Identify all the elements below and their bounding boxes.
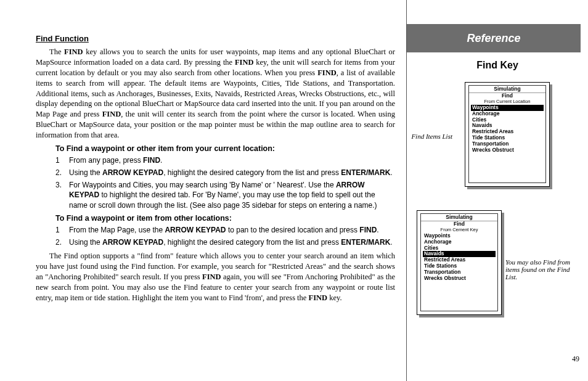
step: 2.Using the ARROW KEYPAD, highlight the … [55, 168, 395, 178]
find-list: Waypoints Anchorage Cities Navaids Restr… [469, 104, 545, 154]
intro-paragraph: The FIND key allows you to search the un… [36, 47, 395, 141]
page-number: 49 [572, 354, 579, 364]
device-screenshot: Simulating Find From Current Location Wa… [465, 82, 550, 187]
find-sub: From Cement Key [421, 227, 497, 233]
screenshot-caption: You may also Find from items found on th… [505, 258, 579, 281]
step: 2.Using the ARROW KEYPAD, highlight the … [55, 237, 395, 247]
steps-list-2: 1From the Map Page, use the ARROW KEYPAD… [55, 225, 395, 247]
find-title: Find [469, 92, 545, 99]
step: 3.For Waypoints and Cities, you may sear… [55, 180, 395, 210]
find-title: Find [421, 221, 497, 227]
subheading-other-locations: To Find a waypoint or item from other lo… [55, 214, 395, 223]
subheading-current-location: To Find a waypoint or other item from yo… [55, 144, 395, 153]
reference-banner: Reference [407, 24, 581, 52]
device-screenshot: Simulating Find From Cement Key Waypoint… [417, 210, 502, 315]
closing-paragraph: The Find option supports a "find from" f… [36, 251, 395, 303]
list-item: Wrecks Obstruct [423, 276, 496, 282]
list-item: Wrecks Obstruct [471, 147, 544, 154]
step: 1From any page, press FIND. [55, 155, 395, 165]
sim-label: Simulating [469, 86, 545, 92]
sidebar-column: Reference Find Key Find Items List Simul… [407, 0, 588, 381]
reference-subtitle: Find Key [407, 60, 588, 71]
step: 1From the Map Page, use the ARROW KEYPAD… [55, 225, 395, 235]
screenshot-caption: Find Items List [404, 133, 452, 140]
sim-label: Simulating [421, 214, 497, 221]
find-sub: From Current Location [469, 99, 545, 105]
page: Find Function The FIND key allows you to… [0, 0, 588, 381]
section-heading: Find Function [36, 34, 395, 43]
screenshot-group-2: You may also Find from items found on th… [407, 210, 588, 327]
steps-list-1: 1From any page, press FIND. 2.Using the … [55, 155, 395, 210]
screenshot-group-1: Find Items List Simulating Find From Cur… [407, 82, 588, 193]
main-text-column: Find Function The FIND key allows you to… [0, 0, 407, 381]
find-list: Waypoints Anchorage Cities Navaids Restr… [421, 232, 497, 282]
